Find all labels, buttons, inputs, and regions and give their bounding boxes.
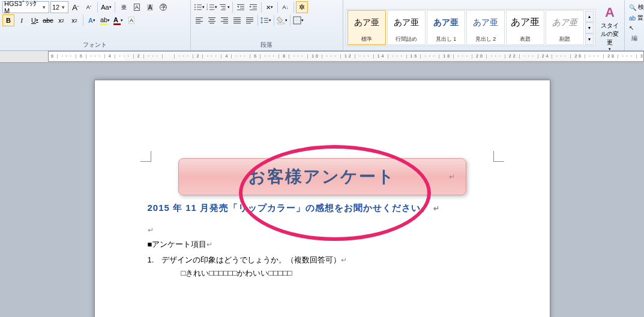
justify-button[interactable] bbox=[231, 14, 243, 26]
svg-rect-3 bbox=[197, 7, 202, 8]
decrease-indent-button[interactable] bbox=[235, 1, 247, 13]
page[interactable]: お客様アンケート ↵ 2015 年 11 月発売「リップカラー」の感想をお聞かせ… bbox=[94, 80, 550, 317]
style-preview: あア亜 bbox=[354, 11, 379, 34]
svg-rect-33 bbox=[223, 19, 228, 20]
title-shape[interactable]: お客様アンケート ↵ bbox=[178, 158, 466, 195]
question-1[interactable]: 1. デザインの印象はどうでしょうか。（複数回答可）↵ bbox=[148, 255, 497, 265]
highlight-button[interactable]: ab▾ bbox=[99, 14, 111, 26]
font-name-combo[interactable]: HGSｺﾞｼｯｸM ▼ bbox=[2, 1, 49, 13]
replace-icon: ab bbox=[629, 15, 636, 22]
strikethrough-button[interactable]: abc bbox=[42, 14, 54, 26]
subtitle-text[interactable]: 2015 年 11 月発売「リップカラー」の感想をお聞かせください。 ↵ bbox=[148, 203, 497, 214]
shrink-font-button[interactable]: Aˇ bbox=[83, 1, 95, 13]
svg-rect-45 bbox=[264, 20, 268, 21]
svg-rect-18 bbox=[240, 8, 244, 8]
separator bbox=[277, 2, 278, 13]
change-styles-icon: A bbox=[599, 4, 621, 22]
svg-rect-42 bbox=[246, 21, 253, 22]
char-border-button[interactable]: A bbox=[131, 1, 143, 13]
change-styles-label: スタイルの変更 bbox=[599, 22, 621, 47]
bullets-button[interactable]: ▾ bbox=[193, 1, 205, 13]
svg-point-2 bbox=[194, 7, 196, 8]
asian-layout-button[interactable]: ✕▾ bbox=[263, 1, 275, 13]
replace-button[interactable]: ab置 bbox=[628, 13, 640, 23]
align-center-button[interactable] bbox=[206, 14, 218, 26]
cursor-icon: ↖ bbox=[629, 25, 634, 31]
svg-rect-24 bbox=[196, 17, 203, 18]
phonetic-guide-button[interactable]: 亜 bbox=[118, 1, 130, 13]
svg-rect-25 bbox=[196, 19, 200, 20]
section-heading[interactable]: ■アンケート項目↵ bbox=[148, 239, 497, 250]
separator bbox=[290, 15, 290, 26]
shading-button[interactable]: ▾ bbox=[276, 14, 288, 26]
empty-paragraph[interactable]: ↵ bbox=[148, 226, 497, 234]
char-shading-button[interactable]: A bbox=[144, 1, 156, 13]
return-mark-icon: ↵ bbox=[206, 240, 212, 249]
svg-rect-28 bbox=[208, 17, 215, 18]
question-1-choices[interactable]: □きれい□□□□□□かわいい□□□□□ bbox=[181, 268, 497, 279]
style-heading1[interactable]: あア亜 見出し 1 bbox=[427, 10, 465, 45]
horizontal-ruler[interactable]: 8｜･･･｜6｜･･･｜4｜･･･｜2｜･･･｜ ｜･･･｜2｜･･･｜4｜･･… bbox=[48, 51, 644, 62]
style-expand[interactable]: ▾ bbox=[585, 34, 594, 45]
paragraph-group-label: 段落 bbox=[193, 40, 340, 50]
subscript-button[interactable]: x2 bbox=[55, 14, 67, 26]
document-workspace[interactable]: お客様アンケート ↵ 2015 年 11 月発売「リップカラー」の感想をお聞かせ… bbox=[0, 63, 644, 317]
style-no-spacing[interactable]: あア亜 行間詰め bbox=[387, 10, 426, 45]
change-case-button[interactable]: Aa▾ bbox=[100, 1, 112, 13]
style-standard[interactable]: あア亜 標準 bbox=[348, 10, 386, 45]
style-title[interactable]: あア亜 表題 bbox=[506, 10, 544, 45]
svg-rect-32 bbox=[221, 17, 228, 18]
svg-rect-46 bbox=[264, 22, 268, 23]
select-button[interactable]: ↖ bbox=[628, 24, 640, 32]
style-name: 副題 bbox=[558, 34, 571, 44]
svg-rect-47 bbox=[277, 23, 284, 24]
svg-rect-37 bbox=[233, 19, 241, 20]
svg-rect-19 bbox=[237, 10, 244, 10]
separator bbox=[257, 15, 258, 26]
sort-button[interactable]: A↓ bbox=[280, 1, 292, 13]
enclose-char-button[interactable]: 字 bbox=[157, 1, 169, 13]
show-marks-button[interactable]: ✲ bbox=[296, 1, 308, 13]
font-size-combo[interactable]: 12 ▼ bbox=[50, 1, 68, 13]
borders-button[interactable]: ▾ bbox=[292, 14, 304, 26]
line-spacing-button[interactable]: ▾ bbox=[260, 14, 272, 26]
svg-rect-23 bbox=[250, 10, 257, 10]
chevron-down-icon[interactable]: ▼ bbox=[59, 5, 67, 10]
svg-rect-1 bbox=[197, 5, 202, 5]
chevron-down-icon[interactable]: ▼ bbox=[40, 5, 47, 10]
style-scroll-down[interactable]: ▾ bbox=[585, 22, 594, 34]
text-effects-button[interactable]: A▾ bbox=[86, 14, 98, 26]
separator bbox=[115, 2, 115, 13]
bold-button[interactable]: B bbox=[2, 14, 14, 26]
font-name-value: HGSｺﾞｼｯｸM bbox=[4, 0, 40, 14]
underline-button[interactable]: U▾ bbox=[29, 14, 41, 26]
style-preview: あア亜 bbox=[552, 11, 577, 34]
align-left-button[interactable] bbox=[193, 14, 205, 26]
style-scroll-up[interactable]: ▴ bbox=[585, 11, 594, 22]
grow-font-button[interactable]: Aˆ bbox=[70, 1, 82, 13]
distribute-button[interactable] bbox=[244, 14, 256, 26]
font-group-label: フォント bbox=[2, 40, 188, 50]
svg-rect-35 bbox=[223, 23, 228, 23]
style-heading2[interactable]: あア亜 見出し 2 bbox=[466, 10, 505, 45]
italic-button[interactable]: I bbox=[16, 14, 28, 26]
svg-rect-20 bbox=[250, 4, 257, 5]
multilevel-list-button[interactable]: ▾ bbox=[218, 1, 230, 13]
return-mark-icon: ↵ bbox=[433, 204, 440, 213]
font-group: HGSｺﾞｼｯｸM ▼ 12 ▼ Aˆ Aˇ Aa▾ 亜 A A 字 B I bbox=[0, 0, 191, 50]
font-color-button[interactable]: A▾ bbox=[112, 14, 124, 26]
superscript-button[interactable]: x2 bbox=[68, 14, 80, 26]
align-right-button[interactable] bbox=[218, 14, 230, 26]
svg-rect-27 bbox=[196, 23, 200, 23]
return-mark-icon: ↵ bbox=[449, 173, 455, 181]
svg-text:3: 3 bbox=[206, 8, 208, 11]
separator bbox=[274, 15, 274, 26]
clear-formatting-button[interactable]: A bbox=[125, 14, 137, 26]
separator bbox=[232, 2, 233, 13]
change-styles-button[interactable]: A スタイルの変更 ▾ bbox=[598, 1, 622, 54]
numbering-button[interactable]: 123▾ bbox=[206, 1, 218, 13]
ruler-marks: 8｜･･･｜6｜･･･｜4｜･･･｜2｜･･･｜ ｜･･･｜2｜･･･｜4｜･･… bbox=[49, 53, 644, 59]
find-button[interactable]: 🔍検 bbox=[628, 2, 640, 12]
increase-indent-button[interactable] bbox=[247, 1, 259, 13]
style-subtitle[interactable]: あア亜 副題 bbox=[546, 10, 584, 45]
